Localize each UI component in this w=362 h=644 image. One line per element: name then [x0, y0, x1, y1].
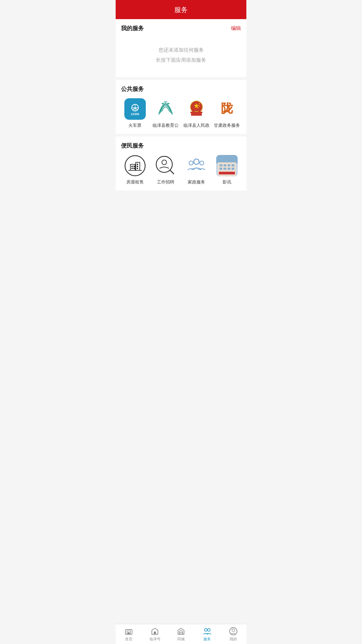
- government-icon: [186, 98, 207, 120]
- svg-rect-15: [191, 113, 202, 116]
- government-label: 临泽县人民政: [183, 122, 209, 128]
- svg-rect-37: [216, 155, 238, 163]
- education-icon: [155, 98, 176, 120]
- service-item-education[interactable]: 临泽县教育公: [152, 98, 180, 128]
- svg-point-32: [194, 159, 199, 164]
- public-services-title: 公共服务: [121, 85, 241, 93]
- convenience-services-section: 便民服务: [116, 137, 246, 191]
- svg-rect-46: [232, 168, 234, 170]
- service-item-train[interactable]: 12306 火车票: [121, 98, 149, 128]
- job-label: 工作招聘: [157, 179, 174, 185]
- homeservice-svg-icon: [186, 155, 207, 176]
- public-services-grid: 12306 火车票: [121, 98, 241, 128]
- public-services-section: 公共服务 12306 火车票: [116, 80, 246, 134]
- movie-svg-icon: [216, 155, 238, 176]
- svg-rect-22: [133, 166, 135, 167]
- svg-rect-23: [131, 168, 133, 169]
- service-item-job[interactable]: 工作招聘: [152, 155, 180, 185]
- svg-point-30: [162, 160, 167, 165]
- service-item-government[interactable]: 临泽县人民政: [182, 98, 210, 128]
- svg-rect-43: [220, 168, 222, 170]
- convenience-services-title: 便民服务: [121, 142, 241, 150]
- svg-rect-39: [220, 164, 222, 166]
- svg-rect-21: [131, 166, 133, 167]
- svg-point-33: [189, 161, 193, 165]
- gansu-label: 甘肃政务服务: [214, 122, 240, 128]
- gansu-svg-icon: 陇: [216, 98, 238, 120]
- education-svg-icon: [155, 98, 176, 120]
- job-icon: [155, 155, 176, 176]
- service-item-gansu[interactable]: 陇 甘肃政务服务: [213, 98, 241, 128]
- svg-rect-24: [133, 168, 135, 169]
- edit-button[interactable]: 编辑: [231, 25, 241, 32]
- empty-hint-line1: 您还未添加任何服务: [121, 45, 241, 55]
- my-services-section: 我的服务 编辑 您还未添加任何服务 长按下面应用添加服务: [116, 19, 246, 77]
- svg-point-34: [200, 161, 204, 165]
- empty-hint: 您还未添加任何服务 长按下面应用添加服务: [121, 35, 241, 72]
- service-item-homeservice[interactable]: 家政服务: [182, 155, 210, 185]
- education-label: 临泽县教育公: [153, 122, 179, 128]
- empty-hint-line2: 长按下面应用添加服务: [121, 55, 241, 65]
- house-label: 房屋租售: [126, 179, 144, 185]
- movie-icon: [216, 155, 238, 176]
- svg-rect-14: [190, 112, 202, 113]
- my-services-header: 我的服务 编辑: [121, 24, 241, 32]
- job-svg-icon: [155, 155, 176, 176]
- house-svg-icon: [124, 155, 146, 176]
- svg-rect-45: [228, 168, 230, 170]
- svg-rect-42: [232, 164, 234, 166]
- train-icon: 12306: [124, 98, 146, 120]
- page-header: 服务: [116, 0, 246, 19]
- convenience-services-grid: 房屋租售 工作招聘: [121, 155, 241, 185]
- svg-rect-25: [137, 164, 138, 165]
- svg-text:陇: 陇: [221, 102, 233, 115]
- svg-rect-26: [137, 166, 138, 167]
- my-services-title: 我的服务: [121, 24, 144, 32]
- svg-rect-40: [224, 164, 226, 166]
- svg-rect-27: [137, 168, 138, 169]
- house-icon: [124, 155, 146, 176]
- svg-rect-44: [224, 168, 226, 170]
- service-item-house[interactable]: 房屋租售: [121, 155, 149, 185]
- header-title: 服务: [174, 6, 188, 13]
- svg-rect-48: [220, 172, 234, 174]
- government-svg-icon: [186, 98, 207, 120]
- svg-rect-41: [228, 164, 230, 166]
- svg-line-31: [170, 170, 174, 174]
- svg-rect-19: [130, 164, 135, 170]
- train-label: 火车票: [128, 122, 141, 128]
- homeservice-label: 家政服务: [188, 179, 205, 185]
- gansu-icon: 陇: [216, 98, 238, 120]
- service-item-movie[interactable]: 影讯: [213, 155, 241, 185]
- movie-label: 影讯: [223, 179, 231, 185]
- homeservice-icon: [186, 155, 207, 176]
- svg-rect-4: [155, 98, 176, 120]
